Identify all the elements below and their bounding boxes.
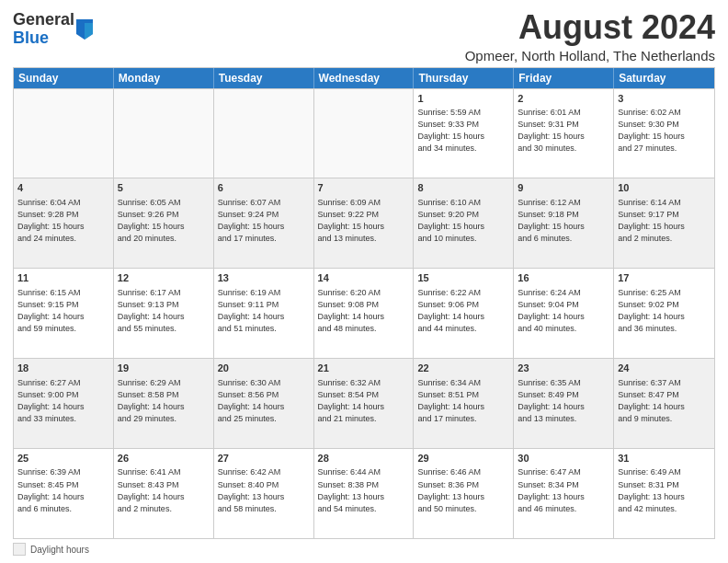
calendar-cell: 15Sunrise: 6:22 AM Sunset: 9:06 PM Dayli…: [414, 269, 514, 358]
day-info: Sunrise: 5:59 AM Sunset: 9:33 PM Dayligh…: [417, 107, 509, 155]
day-info: Sunrise: 6:35 AM Sunset: 8:49 PM Dayligh…: [518, 377, 609, 425]
calendar-cell: 29Sunrise: 6:46 AM Sunset: 8:36 PM Dayli…: [414, 449, 514, 538]
calendar-cell: 17Sunrise: 6:25 AM Sunset: 9:02 PM Dayli…: [614, 269, 714, 358]
day-number: 26: [118, 452, 210, 465]
day-info: Sunrise: 6:44 AM Sunset: 8:38 PM Dayligh…: [318, 466, 410, 514]
calendar-cell: 19Sunrise: 6:29 AM Sunset: 8:58 PM Dayli…: [114, 359, 214, 448]
day-number: 27: [218, 452, 310, 465]
day-info: Sunrise: 6:20 AM Sunset: 9:08 PM Dayligh…: [318, 287, 410, 335]
day-info: Sunrise: 6:12 AM Sunset: 9:18 PM Dayligh…: [518, 197, 609, 245]
calendar-cell: 18Sunrise: 6:27 AM Sunset: 9:00 PM Dayli…: [14, 359, 114, 448]
day-number: 6: [218, 181, 310, 195]
day-info: Sunrise: 6:25 AM Sunset: 9:02 PM Dayligh…: [618, 287, 711, 335]
calendar-cell: 3Sunrise: 6:02 AM Sunset: 9:30 PM Daylig…: [614, 89, 714, 178]
subtitle: Opmeer, North Holland, The Netherlands: [465, 48, 715, 63]
day-number: 18: [17, 362, 109, 375]
day-info: Sunrise: 6:14 AM Sunset: 9:17 PM Dayligh…: [618, 197, 711, 245]
calendar-cell: 6Sunrise: 6:07 AM Sunset: 9:24 PM Daylig…: [214, 178, 314, 268]
day-info: Sunrise: 6:37 AM Sunset: 8:47 PM Dayligh…: [618, 377, 711, 425]
page: General Blue August 2024 Opmeer, North H…: [0, 0, 728, 563]
calendar-cell: 30Sunrise: 6:47 AM Sunset: 8:34 PM Dayli…: [514, 449, 614, 538]
logo-text: General Blue: [13, 11, 74, 48]
calendar-row: 18Sunrise: 6:27 AM Sunset: 9:00 PM Dayli…: [14, 358, 714, 448]
calendar-cell: 4Sunrise: 6:04 AM Sunset: 9:28 PM Daylig…: [14, 178, 114, 268]
day-number: 7: [318, 181, 410, 195]
calendar-cell: 22Sunrise: 6:34 AM Sunset: 8:51 PM Dayli…: [414, 359, 514, 448]
day-number: 16: [518, 271, 609, 285]
calendar-header: SundayMondayTuesdayWednesdayThursdayFrid…: [14, 68, 714, 88]
calendar-cell: 25Sunrise: 6:39 AM Sunset: 8:45 PM Dayli…: [14, 449, 114, 538]
calendar-cell-empty: [114, 89, 214, 178]
day-number: 23: [518, 362, 609, 375]
day-info: Sunrise: 6:19 AM Sunset: 9:11 PM Dayligh…: [218, 287, 310, 335]
day-number: 14: [318, 271, 410, 285]
main-title: August 2024: [465, 9, 715, 46]
calendar-cell: 10Sunrise: 6:14 AM Sunset: 9:17 PM Dayli…: [614, 178, 714, 268]
calendar-header-cell: Sunday: [14, 68, 114, 88]
day-number: 8: [417, 181, 509, 195]
calendar-cell: 2Sunrise: 6:01 AM Sunset: 9:31 PM Daylig…: [514, 89, 614, 178]
calendar-body: 1Sunrise: 5:59 AM Sunset: 9:33 PM Daylig…: [14, 88, 714, 538]
title-block: August 2024 Opmeer, North Holland, The N…: [465, 9, 715, 63]
day-info: Sunrise: 6:04 AM Sunset: 9:28 PM Dayligh…: [17, 197, 109, 245]
day-number: 31: [618, 452, 711, 465]
calendar-header-cell: Saturday: [614, 68, 714, 88]
calendar-cell: 16Sunrise: 6:24 AM Sunset: 9:04 PM Dayli…: [514, 269, 614, 358]
day-info: Sunrise: 6:39 AM Sunset: 8:45 PM Dayligh…: [17, 466, 109, 514]
calendar-row: 25Sunrise: 6:39 AM Sunset: 8:45 PM Dayli…: [14, 448, 714, 538]
calendar-cell: 24Sunrise: 6:37 AM Sunset: 8:47 PM Dayli…: [614, 359, 714, 448]
day-info: Sunrise: 6:27 AM Sunset: 9:00 PM Dayligh…: [17, 377, 109, 425]
calendar-cell: 14Sunrise: 6:20 AM Sunset: 9:08 PM Dayli…: [314, 269, 415, 358]
calendar-cell-empty: [214, 89, 314, 178]
day-number: 22: [417, 362, 509, 375]
day-info: Sunrise: 6:29 AM Sunset: 8:58 PM Dayligh…: [118, 377, 210, 425]
footer: Daylight hours: [13, 543, 715, 556]
calendar-cell: 9Sunrise: 6:12 AM Sunset: 9:18 PM Daylig…: [514, 178, 614, 268]
day-info: Sunrise: 6:30 AM Sunset: 8:56 PM Dayligh…: [218, 377, 310, 425]
day-number: 30: [518, 452, 609, 465]
day-info: Sunrise: 6:47 AM Sunset: 8:34 PM Dayligh…: [518, 466, 609, 514]
calendar-cell: 27Sunrise: 6:42 AM Sunset: 8:40 PM Dayli…: [214, 449, 314, 538]
day-info: Sunrise: 6:17 AM Sunset: 9:13 PM Dayligh…: [118, 287, 210, 335]
day-info: Sunrise: 6:01 AM Sunset: 9:31 PM Dayligh…: [518, 107, 609, 155]
day-number: 4: [17, 181, 109, 195]
calendar-cell: 31Sunrise: 6:49 AM Sunset: 8:31 PM Dayli…: [614, 449, 714, 538]
day-number: 24: [618, 362, 711, 375]
day-info: Sunrise: 6:02 AM Sunset: 9:30 PM Dayligh…: [618, 107, 711, 155]
calendar-header-cell: Tuesday: [214, 68, 314, 88]
day-number: 19: [118, 362, 210, 375]
calendar-cell: 11Sunrise: 6:15 AM Sunset: 9:15 PM Dayli…: [14, 269, 114, 358]
calendar: SundayMondayTuesdayWednesdayThursdayFrid…: [13, 67, 715, 539]
day-number: 29: [417, 452, 509, 465]
day-info: Sunrise: 6:24 AM Sunset: 9:04 PM Dayligh…: [518, 287, 609, 335]
day-number: 28: [318, 452, 410, 465]
day-number: 20: [218, 362, 310, 375]
calendar-row: 11Sunrise: 6:15 AM Sunset: 9:15 PM Dayli…: [14, 268, 714, 358]
calendar-cell-empty: [314, 89, 415, 178]
day-number: 11: [17, 271, 109, 285]
day-number: 9: [518, 181, 609, 195]
day-number: 10: [618, 181, 711, 195]
header: General Blue August 2024 Opmeer, North H…: [13, 9, 715, 63]
calendar-header-cell: Wednesday: [314, 68, 415, 88]
day-info: Sunrise: 6:15 AM Sunset: 9:15 PM Dayligh…: [17, 287, 109, 335]
logo-icon: [76, 19, 93, 40]
day-number: 12: [118, 271, 210, 285]
logo: General Blue: [13, 11, 93, 48]
day-number: 25: [17, 452, 109, 465]
day-info: Sunrise: 6:07 AM Sunset: 9:24 PM Dayligh…: [218, 197, 310, 245]
svg-marker-1: [85, 23, 93, 40]
day-info: Sunrise: 6:05 AM Sunset: 9:26 PM Dayligh…: [118, 197, 210, 245]
calendar-cell: 26Sunrise: 6:41 AM Sunset: 8:43 PM Dayli…: [114, 449, 214, 538]
calendar-cell: 21Sunrise: 6:32 AM Sunset: 8:54 PM Dayli…: [314, 359, 415, 448]
calendar-cell: 23Sunrise: 6:35 AM Sunset: 8:49 PM Dayli…: [514, 359, 614, 448]
calendar-cell: 28Sunrise: 6:44 AM Sunset: 8:38 PM Dayli…: [314, 449, 415, 538]
calendar-cell: 20Sunrise: 6:30 AM Sunset: 8:56 PM Dayli…: [214, 359, 314, 448]
day-number: 5: [118, 181, 210, 195]
day-number: 2: [518, 92, 609, 106]
day-number: 15: [417, 271, 509, 285]
legend-box: [13, 543, 26, 556]
calendar-cell: 5Sunrise: 6:05 AM Sunset: 9:26 PM Daylig…: [114, 178, 214, 268]
day-info: Sunrise: 6:10 AM Sunset: 9:20 PM Dayligh…: [417, 197, 509, 245]
footer-legend: Daylight hours: [13, 543, 89, 556]
